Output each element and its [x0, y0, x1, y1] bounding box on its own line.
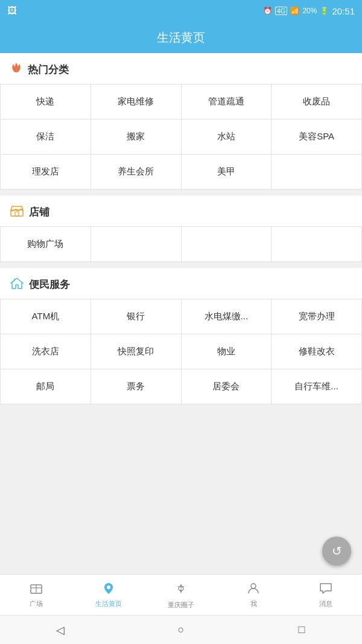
public-services-header: 便民服务 [0, 268, 362, 299]
android-recents-button[interactable]: □ [284, 623, 320, 636]
battery-level: 20% [302, 7, 317, 15]
page-title: 生活黄页 [157, 30, 205, 46]
hot-grid-row-1: 保洁 搬家 水站 美容SPA [1, 120, 362, 155]
svg-rect-1 [15, 212, 19, 216]
android-back-button[interactable]: ◁ [42, 623, 78, 637]
hot-cell-meirongSPA[interactable]: 美容SPA [272, 120, 362, 155]
shops-icon [10, 204, 24, 220]
hot-categories-header: 热门分类 [0, 53, 362, 84]
hot-categories-grid: 快递 家电维修 管道疏通 收废品 保洁 搬家 水站 美容SPA 理发店 养生会所… [0, 84, 362, 190]
yellow-pages-icon [101, 582, 116, 598]
battery-icon: 🔋 [320, 7, 329, 15]
ps-grid-row-0: ATM机 银行 水电煤缴... 宽带办理 [1, 299, 362, 334]
ps-cell-xiyidian[interactable]: 洗衣店 [1, 334, 91, 369]
hot-cell-meijia[interactable]: 美甲 [182, 155, 272, 190]
ps-cell-kuaizhaofuyin[interactable]: 快照复印 [91, 334, 182, 369]
plaza-icon [29, 582, 43, 598]
hot-categories-section: 热门分类 快递 家电维修 管道疏通 收废品 保洁 搬家 水站 美容SPA 理发店… [0, 53, 362, 190]
clock: 20:51 [332, 6, 355, 16]
yellow-pages-label: 生活黄页 [95, 599, 122, 608]
nav-item-chongqing[interactable]: 重庆圈子 [145, 575, 217, 615]
shops-grid-row-0: 购物广场 [1, 227, 362, 262]
shop-cell-empty3 [272, 227, 362, 262]
notification-icon: 🖼 [7, 5, 17, 16]
fab-button[interactable]: ↺ [322, 537, 351, 566]
ps-grid-row-1: 洗衣店 快照复印 物业 修鞋改衣 [1, 334, 362, 369]
signal-bars: 📶 [290, 7, 299, 15]
main-content: 热门分类 快递 家电维修 管道疏通 收废品 保洁 搬家 水站 美容SPA 理发店… [0, 53, 362, 574]
plaza-label: 广场 [30, 599, 43, 608]
hot-cell-shuizhan[interactable]: 水站 [182, 120, 272, 155]
public-services-title: 便民服务 [29, 278, 70, 292]
hot-cell-feifei[interactable]: 收废品 [272, 84, 362, 120]
hot-cell-kuaidi[interactable]: 快递 [1, 84, 91, 120]
chongqing-icon [173, 581, 189, 599]
ps-cell-bank[interactable]: 银行 [91, 299, 182, 334]
hot-categories-title: 热门分类 [28, 63, 69, 77]
svg-point-5 [107, 585, 110, 589]
ps-cell-kuandai[interactable]: 宽带办理 [272, 299, 362, 334]
me-icon [246, 582, 261, 598]
fab-icon: ↺ [332, 544, 342, 558]
shop-cell-empty1 [91, 227, 182, 262]
message-label: 消息 [319, 599, 332, 608]
ps-cell-atm[interactable]: ATM机 [1, 299, 91, 334]
public-services-section: 便民服务 ATM机 银行 水电煤缴... 宽带办理 洗衣店 快照复印 物业 修鞋… [0, 268, 362, 404]
hot-cell-lifadian[interactable]: 理发店 [1, 155, 91, 190]
shop-cell-gouwu[interactable]: 购物广场 [1, 227, 91, 262]
public-services-grid: ATM机 银行 水电煤缴... 宽带办理 洗衣店 快照复印 物业 修鞋改衣 邮局… [0, 299, 362, 404]
ps-grid-row-2: 邮局 票务 居委会 自行车维... [1, 369, 362, 404]
me-label: 我 [250, 599, 257, 608]
public-services-icon [10, 276, 24, 293]
shops-section: 店铺 购物广场 [0, 196, 362, 262]
status-bar: 🖼 ⏰ 4G 📶 20% 🔋 20:51 [0, 0, 362, 22]
android-home-button[interactable]: ○ [163, 623, 199, 636]
app-header: 生活黄页 [0, 22, 362, 53]
signal-4g: 4G [275, 7, 288, 15]
alarm-icon: ⏰ [263, 7, 272, 15]
shops-header: 店铺 [0, 196, 362, 226]
svg-point-7 [251, 584, 256, 588]
ps-cell-zixingche[interactable]: 自行车维... [272, 369, 362, 404]
hot-cell-guandao[interactable]: 管道疏通 [182, 84, 272, 120]
shop-cell-empty2 [182, 227, 272, 262]
shops-grid: 购物广场 [0, 226, 362, 262]
nav-item-message[interactable]: 消息 [290, 575, 362, 615]
nav-item-me[interactable]: 我 [217, 575, 290, 615]
hot-cell-empty [272, 155, 362, 190]
hot-cell-banjia[interactable]: 搬家 [91, 120, 182, 155]
ps-cell-juweihui[interactable]: 居委会 [182, 369, 272, 404]
ps-cell-xiuxie[interactable]: 修鞋改衣 [272, 334, 362, 369]
bottom-nav: 广场 生活黄页 重庆圈子 [0, 574, 362, 615]
hot-categories-icon [10, 62, 23, 78]
hot-cell-baojie[interactable]: 保洁 [1, 120, 91, 155]
message-icon [319, 582, 333, 598]
hot-grid-row-0: 快递 家电维修 管道疏通 收废品 [1, 84, 362, 120]
ps-cell-wuye[interactable]: 物业 [182, 334, 272, 369]
nav-item-plaza[interactable]: 广场 [0, 575, 72, 615]
chongqing-label: 重庆圈子 [168, 601, 194, 610]
nav-item-yellow-pages[interactable]: 生活黄页 [72, 575, 145, 615]
hot-cell-yangsheng[interactable]: 养生会所 [91, 155, 182, 190]
ps-cell-piaowu[interactable]: 票务 [91, 369, 182, 404]
hot-grid-row-2: 理发店 养生会所 美甲 [1, 155, 362, 190]
ps-cell-shuidian[interactable]: 水电煤缴... [182, 299, 272, 334]
shops-title: 店铺 [29, 205, 49, 219]
android-nav-bar: ◁ ○ □ [0, 615, 362, 644]
ps-cell-youju[interactable]: 邮局 [1, 369, 91, 404]
hot-cell-jiadian[interactable]: 家电维修 [91, 84, 182, 120]
